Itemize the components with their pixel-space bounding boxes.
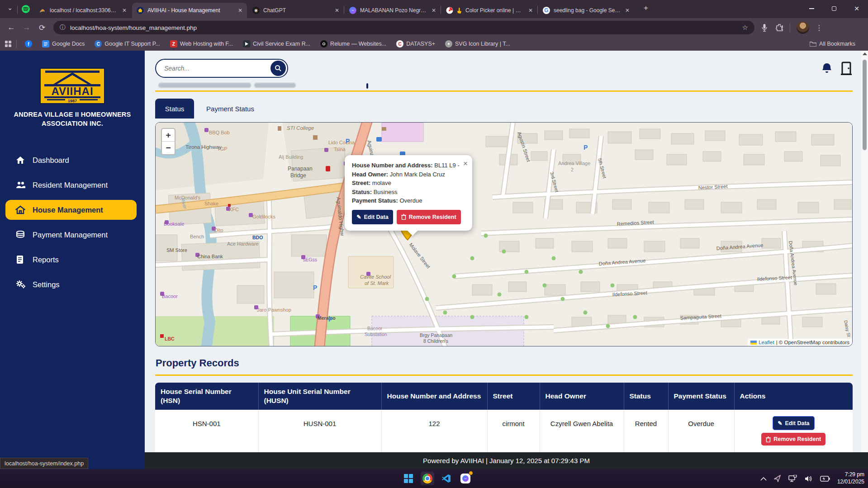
sidebar-item-reports[interactable]: Reports bbox=[5, 250, 137, 270]
bookmark-google-docs[interactable]: Google Docs bbox=[38, 40, 88, 47]
scrollbar-thumb[interactable] bbox=[863, 60, 867, 150]
site-info-icon[interactable]: ⓘ bbox=[60, 24, 66, 32]
obscured-heading-descender bbox=[366, 83, 368, 89]
profile-avatar[interactable] bbox=[797, 21, 809, 34]
row-remove-resident-button[interactable]: Remove Resident bbox=[761, 433, 825, 445]
map-zoom-in-button[interactable]: + bbox=[162, 129, 175, 142]
reload-button[interactable]: ⟳ bbox=[34, 23, 50, 33]
search-button[interactable] bbox=[270, 61, 286, 76]
edit-label: Edit Data bbox=[785, 420, 809, 426]
bookmark-google-it[interactable]: CGoogle IT Support P... bbox=[91, 40, 164, 47]
bookmark-facebook[interactable]: f bbox=[21, 40, 36, 47]
tab-status[interactable]: Status bbox=[155, 99, 194, 118]
messenger-app-icon bbox=[460, 474, 470, 483]
location-arrow-icon[interactable] bbox=[774, 475, 781, 482]
window-close-button[interactable]: ✕ bbox=[845, 0, 868, 17]
sidebar-item-payment-management[interactable]: Payment Management bbox=[5, 225, 137, 245]
map-label: Ace Hardware bbox=[227, 241, 259, 246]
tab-color-picker[interactable]: Color Picker online | HEX Co ✕ bbox=[441, 3, 537, 18]
new-tab-button[interactable]: + bbox=[640, 4, 651, 14]
address-bar[interactable]: ⓘ localhost/hoa-system/house_management.… bbox=[53, 21, 754, 34]
col-street[interactable]: Street bbox=[487, 383, 540, 410]
col-actions[interactable]: Actions bbox=[734, 383, 853, 410]
sidebar-item-resident-management[interactable]: Resident Management bbox=[5, 175, 137, 195]
search-input[interactable] bbox=[163, 64, 270, 72]
popup-edit-data-button[interactable]: ✎Edit Data bbox=[352, 210, 393, 225]
col-owner[interactable]: Head Owner bbox=[540, 383, 624, 410]
link-preview-statusbar: localhost/hoa-system/index.php bbox=[0, 458, 88, 469]
menu-kebab-icon[interactable]: ⋮ bbox=[816, 24, 823, 32]
sidebar-item-house-management[interactable]: House Management bbox=[5, 200, 137, 220]
bookmark-web-hosting[interactable]: ZWeb Hosting with F... bbox=[166, 40, 237, 47]
leaflet-link[interactable]: Leaflet bbox=[759, 340, 774, 345]
windows-icon bbox=[404, 474, 413, 483]
row-edit-data-button[interactable]: ✎Edit Data bbox=[773, 416, 815, 430]
map-attribution: Leaflet | © OpenStreetMap contributors bbox=[748, 339, 852, 346]
tab-messenger[interactable]: MALABANAN Pozo Negro | Me ✕ bbox=[345, 3, 441, 18]
sidebar-item-dashboard[interactable]: Dashboard bbox=[5, 150, 137, 170]
col-status[interactable]: Status bbox=[624, 383, 668, 410]
speaker-icon[interactable] bbox=[805, 475, 813, 482]
tab-title: MALABANAN Pozo Negro | Me bbox=[360, 7, 428, 14]
edit-label: Edit Data bbox=[364, 213, 388, 222]
taskbar-messenger-button[interactable] bbox=[459, 472, 472, 485]
network-display-icon[interactable] bbox=[788, 475, 797, 482]
tab-phpmyadmin[interactable]: localhost / localhost:3306 / aviil ✕ bbox=[34, 3, 131, 18]
bookmark-datasys[interactable]: CDATASYS+ bbox=[393, 40, 439, 47]
battery-icon[interactable] bbox=[820, 476, 830, 482]
tab-close-icon[interactable]: ✕ bbox=[335, 7, 339, 14]
screen: ⌄ localhost / localhost:3306 / aviil ✕ A… bbox=[0, 0, 868, 488]
phpmyadmin-icon bbox=[39, 7, 46, 14]
popup-field-value: John Mark Dela Cruz bbox=[390, 171, 445, 178]
col-address[interactable]: House Number and Address bbox=[381, 383, 487, 410]
tab-aviihai-active[interactable]: AVIIHAI - House Management ✕ bbox=[132, 3, 247, 18]
notification-bell-icon[interactable] bbox=[821, 62, 833, 75]
col-payment[interactable]: Payment Status bbox=[668, 383, 734, 410]
bookmark-relume[interactable]: Relume — Websites... bbox=[317, 40, 390, 47]
tab-payment-status[interactable]: Payment Status bbox=[194, 99, 266, 118]
page-scrollbar[interactable] bbox=[861, 51, 868, 452]
mic-icon[interactable] bbox=[761, 24, 768, 32]
taskbar-chrome-button[interactable] bbox=[421, 472, 434, 485]
tab-label: Status bbox=[165, 105, 185, 113]
window-minimize-button[interactable] bbox=[800, 0, 823, 17]
bookmark-label: Google IT Support P... bbox=[104, 41, 160, 47]
taskbar-clock[interactable]: 7:29 pm 12/01/2025 bbox=[837, 471, 864, 485]
apps-grid-icon[interactable] bbox=[5, 40, 12, 47]
all-bookmarks-button[interactable]: All Bookmarks bbox=[806, 41, 859, 47]
bookmark-star-icon[interactable]: ☆ bbox=[742, 24, 748, 32]
map-panel[interactable]: STI CollegeBBQ BobTGPTirona HighwayAlj B… bbox=[155, 122, 853, 346]
tab-close-icon[interactable]: ✕ bbox=[625, 7, 630, 14]
start-button[interactable] bbox=[402, 472, 415, 485]
tab-close-icon[interactable]: ✕ bbox=[122, 7, 127, 14]
hidden-icons-chevron[interactable] bbox=[760, 477, 767, 481]
forward-button[interactable]: → bbox=[19, 23, 34, 32]
scrollbar-up-arrow[interactable] bbox=[863, 52, 867, 55]
sidebar-item-label: House Management bbox=[33, 206, 103, 214]
tab-close-icon[interactable]: ✕ bbox=[238, 7, 242, 14]
folder-icon bbox=[810, 41, 816, 47]
tab-close-icon[interactable]: ✕ bbox=[432, 7, 436, 14]
col-hsn[interactable]: House Serial Number (HSN) bbox=[155, 383, 258, 410]
tab-chatgpt[interactable]: ✳ ChatGPT ✕ bbox=[248, 3, 344, 18]
pinned-tab-spotify[interactable] bbox=[22, 5, 30, 13]
tab-search-chevron-icon[interactable]: ⌄ bbox=[5, 4, 15, 14]
trash-icon bbox=[766, 436, 771, 442]
sidebar-item-settings[interactable]: Settings bbox=[5, 275, 137, 294]
logout-door-icon[interactable] bbox=[840, 62, 853, 76]
video-icon bbox=[243, 40, 250, 47]
tab-google-search[interactable]: G seedling bag - Google Search ✕ bbox=[538, 3, 634, 18]
back-button[interactable]: ← bbox=[4, 23, 19, 32]
bookmark-svg-library[interactable]: SVG Icon Library | T... bbox=[441, 40, 514, 47]
popup-remove-resident-button[interactable]: Remove Resident bbox=[397, 210, 461, 225]
extensions-icon[interactable] bbox=[775, 24, 783, 32]
col-husn[interactable]: House Unit Serial Number (HUSN) bbox=[258, 383, 381, 410]
window-maximize-button[interactable] bbox=[823, 0, 845, 17]
tab-close-icon[interactable]: ✕ bbox=[528, 7, 533, 14]
popup-close-icon[interactable]: × bbox=[463, 158, 468, 170]
map-label: Tirona Highway bbox=[185, 144, 222, 150]
tab-title: Color Picker online | HEX Co bbox=[465, 7, 523, 14]
taskbar-vscode-button[interactable] bbox=[440, 472, 453, 485]
bookmark-civil-service[interactable]: Civil Service Exam R... bbox=[239, 40, 314, 47]
map-zoom-out-button[interactable]: − bbox=[162, 142, 175, 154]
